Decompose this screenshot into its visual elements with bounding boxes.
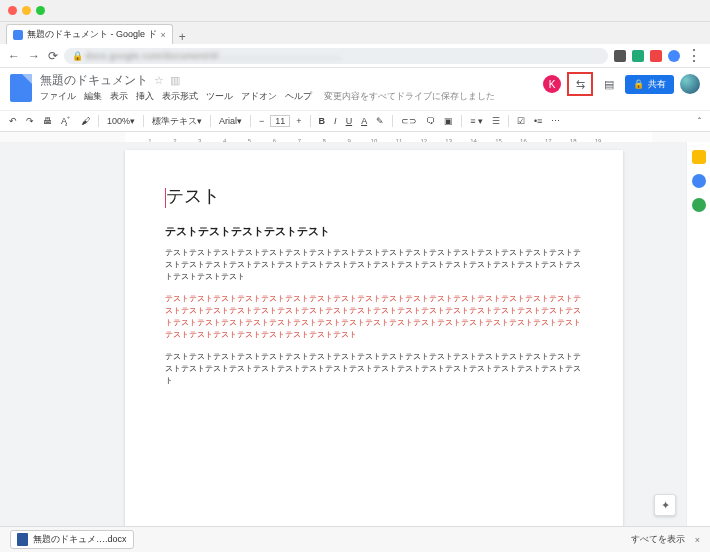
share-button[interactable]: 🔒 共有 bbox=[625, 75, 674, 94]
header-right: K ⇆ ▤ 🔒 共有 bbox=[543, 72, 700, 96]
line-spacing-button[interactable]: ☰ bbox=[489, 115, 503, 127]
menu-view[interactable]: 表示 bbox=[110, 90, 128, 103]
tab-title: 無題のドキュメント - Google ド bbox=[27, 28, 157, 41]
menu-insert[interactable]: 挿入 bbox=[136, 90, 154, 103]
checklist-button[interactable]: ☑ bbox=[514, 115, 528, 127]
browser-window: 無題のドキュメント - Google ド × + ← → ⟳ 🔒 docs.go… bbox=[0, 0, 710, 552]
comment-history-button[interactable]: ▤ bbox=[599, 75, 619, 93]
tab-strip: 無題のドキュメント - Google ド × + bbox=[0, 22, 710, 44]
heading-2[interactable]: テストテストテストテストテスト bbox=[165, 224, 583, 239]
paint-format-button[interactable]: 🖌 bbox=[78, 115, 93, 127]
reload-button[interactable]: ⟳ bbox=[48, 49, 58, 63]
zoom-select[interactable]: 100% ▾ bbox=[104, 115, 138, 127]
maximize-window-button[interactable] bbox=[36, 6, 45, 15]
tasks-icon[interactable] bbox=[692, 198, 706, 212]
text-color-button[interactable]: A bbox=[358, 115, 370, 127]
undo-button[interactable]: ↶ bbox=[6, 115, 20, 127]
hide-menus-button[interactable]: ˆ bbox=[695, 115, 704, 127]
insert-comment-button[interactable]: 🗨 bbox=[423, 115, 438, 127]
show-all-downloads[interactable]: すべてを表示 bbox=[631, 533, 685, 546]
keep-icon[interactable] bbox=[692, 150, 706, 164]
docs-header: 無題のドキュメント ☆ ▥ ファイル 編集 表示 挿入 表示形式 ツール アドオ… bbox=[0, 68, 710, 110]
back-button[interactable]: ← bbox=[8, 49, 20, 63]
font-size-dec[interactable]: − bbox=[256, 115, 267, 127]
style-select[interactable]: 標準テキス ▾ bbox=[149, 114, 205, 129]
share-label: 共有 bbox=[648, 78, 666, 91]
minimize-window-button[interactable] bbox=[22, 6, 31, 15]
menu-edit[interactable]: 編集 bbox=[84, 90, 102, 103]
highlight-box: ⇆ bbox=[567, 72, 593, 96]
chrome-menu-icon[interactable]: ⋮ bbox=[686, 46, 702, 65]
highlight-color-button[interactable]: ✎ bbox=[373, 115, 387, 127]
print-button[interactable]: 🖶 bbox=[40, 115, 55, 127]
omnibox[interactable]: 🔒 docs.google.com/document/d/...........… bbox=[64, 48, 608, 64]
new-tab-button[interactable]: + bbox=[179, 30, 186, 44]
window-titlebar bbox=[0, 0, 710, 22]
page[interactable]: テスト テストテストテストテストテスト テストテストテストテストテストテストテス… bbox=[125, 150, 623, 526]
doc-title[interactable]: 無題のドキュメント bbox=[40, 72, 148, 89]
ext-icon-2[interactable] bbox=[632, 50, 644, 62]
bulleted-list-button[interactable]: •≡ bbox=[531, 115, 545, 127]
url-text: docs.google.com/document/d/.............… bbox=[86, 51, 343, 61]
star-icon[interactable]: ☆ bbox=[154, 74, 164, 87]
ext-icon-1[interactable] bbox=[614, 50, 626, 62]
side-panel bbox=[686, 142, 710, 526]
profile-icon[interactable] bbox=[668, 50, 680, 62]
extension-icons: ⋮ bbox=[614, 46, 702, 65]
docs-logo[interactable] bbox=[10, 74, 32, 102]
download-filename: 無題のドキュメ….docx bbox=[33, 533, 127, 546]
explore-button[interactable]: ✦ bbox=[654, 494, 676, 516]
docx-file-icon bbox=[17, 533, 28, 546]
address-bar: ← → ⟳ 🔒 docs.google.com/document/d/.....… bbox=[0, 44, 710, 68]
menu-format[interactable]: 表示形式 bbox=[162, 90, 198, 103]
underline-button[interactable]: U bbox=[343, 115, 356, 127]
browser-tab[interactable]: 無題のドキュメント - Google ド × bbox=[6, 24, 173, 44]
insert-link-button[interactable]: ⊂⊃ bbox=[398, 115, 420, 127]
save-status: 変更内容をすべてドライブに保存しました bbox=[324, 90, 495, 103]
format-toolbar: ↶ ↷ 🖶 Ąﾞ 🖌 100% ▾ 標準テキス ▾ Arial ▾ − 11 +… bbox=[0, 110, 710, 132]
spellcheck-button[interactable]: Ąﾞ bbox=[58, 115, 75, 127]
collaborator-avatar[interactable]: K bbox=[543, 75, 561, 93]
menu-tools[interactable]: ツール bbox=[206, 90, 233, 103]
menu-bar: ファイル 編集 表示 挿入 表示形式 ツール アドオン ヘルプ 変更内容をすべて… bbox=[40, 90, 535, 103]
download-item[interactable]: 無題のドキュメ….docx bbox=[10, 530, 134, 549]
account-avatar[interactable] bbox=[680, 74, 700, 94]
calendar-icon[interactable] bbox=[692, 174, 706, 188]
insert-image-button[interactable]: ▣ bbox=[441, 115, 456, 127]
nav-icons: ← → ⟳ bbox=[8, 49, 58, 63]
menu-help[interactable]: ヘルプ bbox=[285, 90, 312, 103]
heading-1[interactable]: テスト bbox=[165, 184, 583, 208]
traffic-lights bbox=[8, 6, 45, 15]
font-select[interactable]: Arial ▾ bbox=[216, 115, 245, 127]
font-size-inc[interactable]: + bbox=[293, 115, 304, 127]
close-window-button[interactable] bbox=[8, 6, 17, 15]
close-download-bar[interactable]: × bbox=[695, 535, 700, 545]
close-tab-icon[interactable]: × bbox=[161, 30, 166, 40]
paragraph-3[interactable]: テストテストテストテストテストテストテストテストテストテストテストテストテストテ… bbox=[165, 351, 583, 387]
menu-file[interactable]: ファイル bbox=[40, 90, 76, 103]
open-comments-button[interactable]: ⇆ bbox=[570, 75, 590, 93]
menu-addons[interactable]: アドオン bbox=[241, 90, 277, 103]
ext-icon-3[interactable] bbox=[650, 50, 662, 62]
docs-favicon bbox=[13, 30, 23, 40]
align-button[interactable]: ≡ ▾ bbox=[467, 115, 486, 127]
italic-button[interactable]: I bbox=[331, 115, 340, 127]
paragraph-1[interactable]: テストテストテストテストテストテストテストテストテストテストテストテストテストテ… bbox=[165, 247, 583, 283]
move-folder-icon[interactable]: ▥ bbox=[170, 74, 180, 87]
forward-button[interactable]: → bbox=[28, 49, 40, 63]
paragraph-2-red[interactable]: テストテストテストテストテストテストテストテストテストテストテストテストテストテ… bbox=[165, 293, 583, 341]
lock-icon: 🔒 bbox=[633, 79, 644, 89]
bold-button[interactable]: B bbox=[316, 115, 329, 127]
redo-button[interactable]: ↷ bbox=[23, 115, 37, 127]
document-canvas[interactable]: テスト テストテストテストテストテスト テストテストテストテストテストテストテス… bbox=[0, 142, 686, 526]
font-size-input[interactable]: 11 bbox=[270, 115, 290, 127]
more-button[interactable]: ⋯ bbox=[548, 115, 563, 127]
download-bar: 無題のドキュメ….docx すべてを表示 × bbox=[0, 526, 710, 552]
